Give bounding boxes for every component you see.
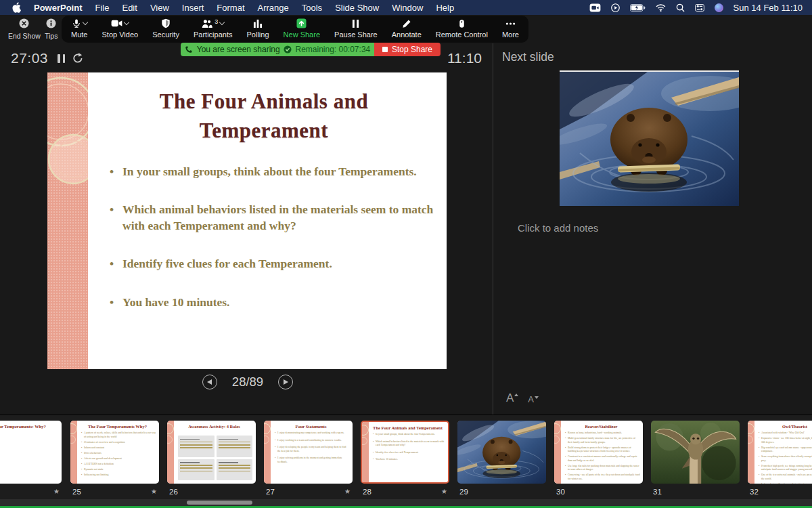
screen-sharing-banner: You are screen sharing Remaining: 00:07:… xyxy=(181,43,441,56)
slide-number: 25 xyxy=(72,488,81,496)
thumbnail-slide-31[interactable]: 31 xyxy=(651,421,740,496)
mini-bullet: 25 minutes of overview and recognition xyxy=(81,441,156,445)
wifi-icon[interactable] xyxy=(656,4,666,12)
participant-count-badge: 3 xyxy=(215,18,218,25)
siri-icon[interactable] xyxy=(715,3,723,12)
mini-bullet: Build strong dams to protect their lodge… xyxy=(565,446,640,454)
filmstrip-scrollbar-thumb[interactable] xyxy=(187,501,252,505)
mini-slide-bullets: I enjoy demonstrating my competence and … xyxy=(275,431,350,464)
decrease-font-button[interactable]: A xyxy=(528,395,539,404)
chevron-down-icon[interactable] xyxy=(219,20,225,25)
bar-chart-icon xyxy=(253,19,263,28)
menu-status-area: Sun 14 Feb 11:10 xyxy=(589,3,812,13)
next-slide-button[interactable] xyxy=(278,375,293,389)
battery-charging-icon[interactable] xyxy=(630,4,646,12)
thumbnail-slide-24[interactable]: Four Temperaments: Why? ImproviserStabil… xyxy=(0,421,62,496)
mini-theme-strip xyxy=(362,422,369,482)
menu-insert[interactable]: Insert xyxy=(182,3,204,13)
pause-timer-button[interactable] xyxy=(58,54,65,63)
menu-window[interactable]: Window xyxy=(392,3,423,13)
decorative-circles xyxy=(47,72,88,369)
mini-bullet: I enjoy working in a team and contributi… xyxy=(275,439,350,443)
play-circle-icon[interactable] xyxy=(611,3,620,12)
thumbnail-slide-28-selected[interactable]: The Four Animals and Temperament In your… xyxy=(361,421,449,496)
search-icon[interactable] xyxy=(676,3,685,12)
chevron-down-icon[interactable] xyxy=(124,20,129,25)
menu-view[interactable]: View xyxy=(150,3,169,13)
panel-divider xyxy=(493,43,493,415)
polling-button[interactable]: Polling xyxy=(247,18,269,39)
animation-star-icon: ★ xyxy=(441,488,447,495)
mini-bullet: Which animal behaviors listed in the mat… xyxy=(373,440,445,448)
filmstrip-scrollbar-track[interactable] xyxy=(0,499,812,506)
thumbnail-slide-25[interactable]: The Four Temperaments Why? A pattern of … xyxy=(70,421,159,496)
chevron-down-icon[interactable] xyxy=(82,20,87,25)
mini-bullet: You have 10 minutes. xyxy=(373,458,445,462)
mini-bullet: Inborn and constant xyxy=(81,446,156,450)
previous-slide-button[interactable] xyxy=(202,375,217,389)
remote-control-button[interactable]: Remote Control xyxy=(436,18,488,39)
new-share-button[interactable]: New Share xyxy=(284,18,320,39)
menu-file[interactable]: File xyxy=(95,3,110,13)
macos-menu-bar: PowerPoint File Edit View Insert Format … xyxy=(0,0,812,15)
slide-bullet-list: In your small groups, think about the fo… xyxy=(110,163,434,332)
menu-edit[interactable]: Edit xyxy=(122,3,137,13)
stop-video-button[interactable]: Stop Video xyxy=(102,18,139,39)
thumbnail-slide-32[interactable]: Owl/Theorist Associated with wisdom - 'W… xyxy=(748,421,812,496)
restart-timer-button[interactable] xyxy=(72,52,84,67)
animation-star-icon: ★ xyxy=(344,488,351,495)
tips-button[interactable]: Tips xyxy=(45,18,58,40)
polling-label: Polling xyxy=(247,30,269,39)
next-slide-preview xyxy=(560,70,739,206)
mini-bullet: Affects our growth and development xyxy=(81,457,156,461)
sharing-message: You are screen sharing xyxy=(185,45,280,54)
mini-bullet: Construct in a consistent manner and con… xyxy=(565,455,640,463)
security-button[interactable]: Security xyxy=(152,18,179,39)
menu-slide-show[interactable]: Slide Show xyxy=(335,3,379,13)
quadrant-box xyxy=(178,436,215,457)
thumbnail-slide-26[interactable]: Awareness Activity: 4 Roles 26 xyxy=(167,421,256,496)
end-show-button[interactable]: End Show xyxy=(8,18,41,40)
menu-clock[interactable]: Sun 14 Feb 11:10 xyxy=(734,3,803,13)
notes-area[interactable]: Click to add notes xyxy=(518,222,598,234)
security-label: Security xyxy=(152,30,179,39)
menu-arrange[interactable]: Arrange xyxy=(258,3,289,13)
pause-share-button[interactable]: Pause Share xyxy=(334,18,378,39)
pause-icon xyxy=(352,19,359,28)
increase-font-button[interactable]: A xyxy=(506,392,518,404)
stop-share-button[interactable]: Stop Share xyxy=(374,43,441,56)
mini-bullet: I enjoy solving problems in the moment a… xyxy=(275,457,350,464)
thumbnail-slide-27[interactable]: Four Statements I enjoy demonstrating my… xyxy=(264,421,353,496)
more-button[interactable]: More xyxy=(502,18,519,39)
slide-number: 27 xyxy=(266,488,275,496)
mini-bullet: Associated with wisdom - 'Wise Old Owl' xyxy=(759,431,812,436)
mini-bullet: Independent - will make sure their offsp… xyxy=(759,483,812,484)
mini-bullet: Expansive vision - see 100 times better … xyxy=(759,437,812,444)
menu-items: PowerPoint File Edit View Insert Format … xyxy=(0,2,454,13)
menu-help[interactable]: Help xyxy=(436,3,454,13)
quadrant-box xyxy=(178,459,215,481)
menu-format[interactable]: Format xyxy=(217,3,244,13)
mini-slide-bullets: In your small groups, think about the fo… xyxy=(373,433,445,462)
mute-button[interactable]: Mute xyxy=(71,18,87,39)
owl-photo-thumbnail xyxy=(651,421,740,484)
slide-bullet: In your small groups, think about the fo… xyxy=(110,163,434,179)
current-slide[interactable]: The Four Animals and Temperament In your… xyxy=(47,72,447,369)
control-center-icon[interactable] xyxy=(695,4,704,12)
mini-theme-strip xyxy=(264,421,271,484)
apple-logo-icon[interactable] xyxy=(12,2,21,13)
thumbnail-slide-30[interactable]: Beaver/Stabilizer Known as busy, industr… xyxy=(554,421,643,496)
mini-list-item: Stabilizer xyxy=(0,442,62,452)
annotate-button[interactable]: Annotate xyxy=(392,18,422,39)
mini-list-item: Catalyst xyxy=(0,461,62,471)
thumbnail-slide-29[interactable]: 29 xyxy=(457,421,546,496)
slide-number: 30 xyxy=(556,488,565,496)
menu-powerpoint[interactable]: PowerPoint xyxy=(34,3,83,13)
mini-bullet: Known as busy, industrious, hard - worki… xyxy=(565,431,640,436)
menu-tools[interactable]: Tools xyxy=(302,3,322,13)
video-camera-status-icon[interactable] xyxy=(589,3,601,12)
stop-square-icon xyxy=(382,47,388,52)
participants-button[interactable]: 3 Participants xyxy=(194,18,232,39)
mini-list-item: Theorist xyxy=(0,452,62,461)
animation-star-icon: ★ xyxy=(53,488,60,495)
